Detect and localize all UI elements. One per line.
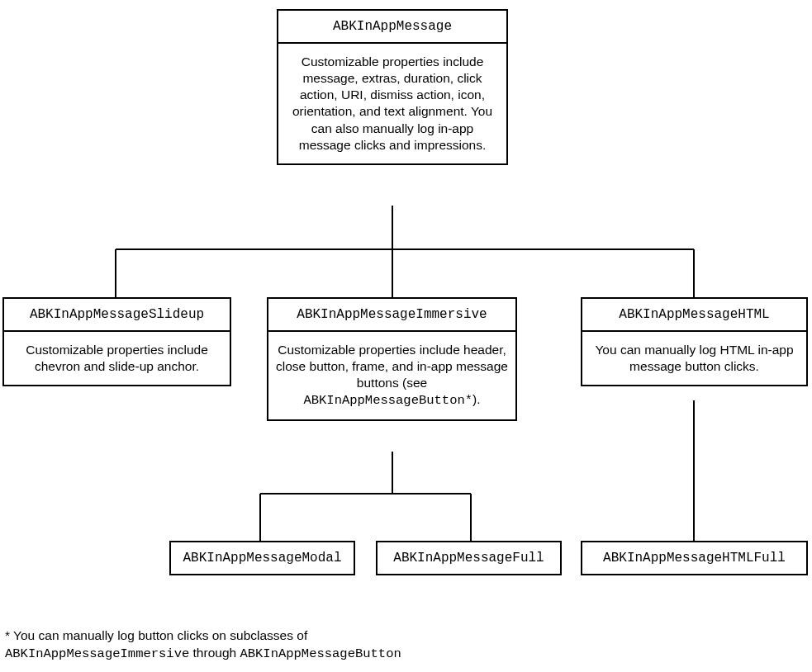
desc-text-post: ). — [472, 392, 480, 406]
footnote: * You can manually log button clicks on … — [5, 627, 501, 663]
class-title: ABKInAppMessageImmersive — [268, 299, 515, 332]
class-box-slideup: ABKInAppMessageSlideup Customizable prop… — [2, 297, 231, 386]
class-box-full: ABKInAppMessageFull — [376, 541, 562, 575]
class-box-immersive: ABKInAppMessageImmersive Customizable pr… — [267, 297, 517, 421]
footnote-text-pre: * You can manually log button clicks on … — [5, 628, 307, 642]
class-box-htmlfull: ABKInAppMessageHTMLFull — [581, 541, 808, 575]
class-desc: You can manually log HTML in-app message… — [582, 332, 806, 385]
class-title: ABKInAppMessageSlideup — [4, 299, 230, 332]
footnote-code-1: ABKInAppMessageImmersive — [5, 646, 189, 661]
class-desc: Customizable properties include message,… — [278, 44, 506, 163]
class-box-modal: ABKInAppMessageModal — [169, 541, 355, 575]
desc-text-pre: Customizable properties include header, … — [276, 343, 508, 390]
class-box-html: ABKInAppMessageHTML You can manually log… — [581, 297, 808, 386]
class-desc: Customizable properties include header, … — [268, 332, 515, 419]
footnote-code-2: ABKInAppMessageButton — [240, 646, 401, 661]
desc-code: ABKInAppMessageButton* — [303, 393, 472, 408]
class-desc: Customizable properties include chevron … — [4, 332, 230, 385]
class-title: ABKInAppMessageFull — [378, 542, 560, 574]
class-box-root: ABKInAppMessage Customizable properties … — [277, 9, 508, 165]
class-title: ABKInAppMessage — [278, 11, 506, 44]
class-title: ABKInAppMessageModal — [171, 542, 354, 574]
class-title: ABKInAppMessageHTML — [582, 299, 806, 332]
class-title: ABKInAppMessageHTMLFull — [582, 542, 806, 574]
footnote-text-mid: through — [189, 646, 240, 660]
